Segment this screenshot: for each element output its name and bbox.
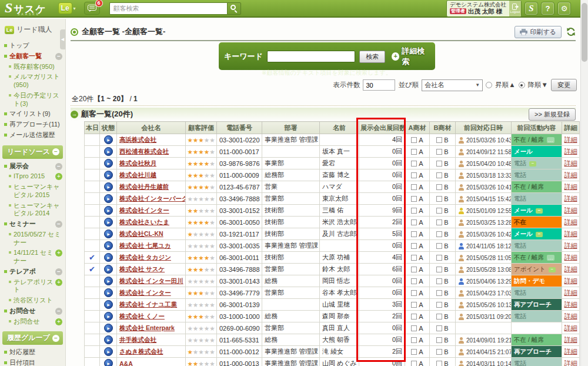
- product-a-checkbox[interactable]: [411, 361, 417, 366]
- detail-link[interactable]: 詳細: [564, 183, 577, 190]
- messages-button[interactable]: 6: [84, 2, 100, 15]
- detail-link[interactable]: 詳細: [564, 159, 577, 167]
- product-a-checkbox[interactable]: [411, 149, 417, 155]
- product-b-checkbox[interactable]: [436, 255, 442, 261]
- display-count-input[interactable]: [363, 79, 395, 91]
- app-logo[interactable]: S サスケ SAASKE: [5, 1, 46, 16]
- status-play-icon[interactable]: ▶: [104, 135, 113, 144]
- status-play-icon[interactable]: ▶: [104, 182, 113, 191]
- sidebar-item[interactable]: トップ: [0, 41, 65, 51]
- refresh-button[interactable]: [566, 27, 576, 36]
- status-play-icon[interactable]: ▶: [104, 312, 113, 321]
- company-link[interactable]: 株式会社 くノー: [119, 312, 165, 320]
- settings-button[interactable]: ⚙: [557, 2, 571, 15]
- sidebar-item[interactable]: ITpro 2015+: [0, 171, 65, 182]
- detail-link[interactable]: 詳細: [564, 289, 577, 296]
- detail-link[interactable]: 詳細: [564, 312, 577, 320]
- product-b-checkbox[interactable]: [436, 278, 442, 284]
- status-play-icon[interactable]: ▶: [104, 171, 113, 179]
- product-a-checkbox[interactable]: [411, 184, 417, 190]
- collapse-icon[interactable]: −: [55, 163, 62, 170]
- product-b-checkbox[interactable]: [436, 231, 442, 237]
- detail-link[interactable]: 詳細: [564, 277, 577, 284]
- company-link[interactable]: 株式会社丹生越前: [119, 183, 169, 190]
- detail-link[interactable]: 詳細: [564, 336, 577, 343]
- product-a-checkbox[interactable]: [411, 196, 417, 202]
- vertical-scrollbar[interactable]: [580, 0, 588, 366]
- product-b-checkbox[interactable]: [436, 137, 442, 143]
- collapse-icon[interactable]: −: [52, 148, 59, 155]
- status-play-icon[interactable]: ▶: [104, 324, 113, 332]
- status-play-icon[interactable]: ▶: [104, 147, 113, 156]
- product-a-checkbox[interactable]: [411, 255, 417, 261]
- company-link[interactable]: A&A: [119, 360, 133, 366]
- status-play-icon[interactable]: ▶: [104, 335, 113, 344]
- status-play-icon[interactable]: ▶: [104, 347, 113, 356]
- collapse-icon[interactable]: −: [55, 221, 62, 228]
- product-a-checkbox[interactable]: [411, 172, 417, 178]
- sort-asc-radio[interactable]: [486, 82, 492, 88]
- logout-button[interactable]: Logout: [509, 1, 521, 16]
- sidebar-item[interactable]: メール送信履歴: [0, 130, 65, 141]
- product-a-checkbox[interactable]: [411, 302, 417, 308]
- product-b-checkbox[interactable]: [436, 314, 442, 320]
- status-play-icon[interactable]: ▶: [104, 206, 113, 215]
- expand-icon[interactable]: +: [55, 318, 62, 325]
- company-link[interactable]: 西松浦有株式会社: [119, 148, 169, 155]
- detail-link[interactable]: 詳細: [564, 242, 577, 249]
- product-b-checkbox[interactable]: [436, 361, 442, 366]
- company-link[interactable]: さぬき株式会社: [119, 348, 163, 355]
- sidebar-item[interactable]: マイリスト(9): [0, 109, 65, 119]
- scrollbar-thumb[interactable]: [582, 3, 587, 62]
- collapse-icon[interactable]: −: [55, 53, 62, 60]
- product-b-checkbox[interactable]: [436, 161, 442, 167]
- sidebar-item[interactable]: 全顧客一覧−: [0, 51, 65, 62]
- sidebar-item[interactable]: お問合せ−: [0, 306, 65, 317]
- collapse-icon[interactable]: −: [55, 308, 62, 315]
- product-b-checkbox[interactable]: [436, 302, 442, 308]
- company-link[interactable]: 株式会社 タカジン: [119, 254, 171, 261]
- sidebar-section-header[interactable]: リードソース−: [2, 145, 63, 159]
- product-b-checkbox[interactable]: [436, 172, 442, 178]
- product-a-checkbox[interactable]: [411, 314, 417, 320]
- company-link[interactable]: 高浜株式会社: [119, 136, 156, 143]
- company-link[interactable]: 株式会社インターパーク: [119, 195, 186, 202]
- detail-link[interactable]: 詳細: [564, 207, 577, 214]
- product-b-checkbox[interactable]: [436, 349, 442, 355]
- product-a-checkbox[interactable]: [411, 208, 417, 214]
- company-link[interactable]: 株式会社 サスケ: [119, 265, 165, 272]
- company-link[interactable]: 井手株式会社: [119, 336, 156, 343]
- search-button[interactable]: [227, 2, 241, 15]
- product-a-checkbox[interactable]: [411, 243, 417, 249]
- advanced-search-button[interactable]: + 詳細検索: [392, 46, 430, 67]
- product-a-checkbox[interactable]: [411, 231, 417, 237]
- expand-icon[interactable]: +: [55, 279, 62, 286]
- product-a-checkbox[interactable]: [411, 219, 417, 225]
- apply-sort-button[interactable]: 変更: [551, 79, 577, 91]
- product-b-checkbox[interactable]: [436, 196, 442, 202]
- keyword-search-button[interactable]: 検索: [359, 51, 385, 63]
- sidebar-item[interactable]: 今日の予定リスト(3): [0, 91, 65, 109]
- sidebar-item[interactable]: 対応履歴: [0, 347, 65, 358]
- company-link[interactable]: 株式会社 イナユ工業: [119, 301, 177, 308]
- sort-select[interactable]: 会社名 ▼: [422, 79, 483, 91]
- company-link[interactable]: 株式会社川越: [119, 171, 156, 178]
- detail-link[interactable]: 詳細: [564, 148, 577, 155]
- company-link[interactable]: 株式会社さいたま: [119, 218, 169, 225]
- sidebar-item[interactable]: 2015/05/27 セミナー: [0, 229, 65, 248]
- sidebar-item[interactable]: テレアポリスト+: [0, 277, 65, 296]
- product-b-checkbox[interactable]: [436, 184, 442, 190]
- collapse-icon[interactable]: −: [55, 268, 62, 275]
- sidebar-item[interactable]: ヒューマンキャピタル 2015: [0, 182, 65, 201]
- company-link[interactable]: 株式会社CL-KN: [119, 230, 163, 237]
- product-a-checkbox[interactable]: [411, 349, 417, 355]
- product-a-checkbox[interactable]: [411, 267, 417, 272]
- sidebar-item[interactable]: お問合せ+: [0, 317, 65, 327]
- product-a-checkbox[interactable]: [411, 278, 417, 284]
- new-registration-button[interactable]: >> 新規登録: [529, 108, 576, 121]
- detail-link[interactable]: 詳細: [564, 218, 577, 225]
- status-play-icon[interactable]: ▶: [104, 229, 113, 238]
- collapse-icon[interactable]: −: [52, 335, 59, 342]
- product-b-checkbox[interactable]: [436, 149, 442, 155]
- detail-link[interactable]: 詳細: [564, 348, 577, 355]
